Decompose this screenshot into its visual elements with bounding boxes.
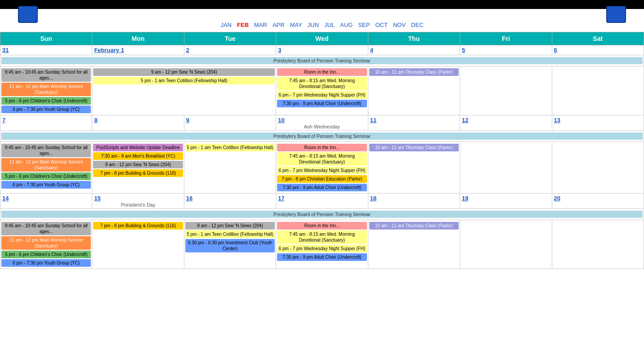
sun-events-cell-2: 9:45 am - 10:45 am Sunday School for all…: [0, 220, 92, 269]
event-block[interactable]: 7:45 am - 8:15 am Wed. Morning Devotiona…: [277, 230, 367, 244]
day-number[interactable]: 8: [93, 116, 183, 124]
ev-cell-February-1: 9 am - 12 pm Sew 'N Sews (204)5 pm - 1 a…: [92, 66, 276, 115]
event-block[interactable]: 10 am - 11 am Thursday Class (Parlor): [369, 68, 459, 76]
ev-cell-13: [552, 142, 644, 194]
event-block[interactable]: 6 pm - 7 pm Wednesday Night Supper (FH): [277, 91, 367, 99]
event-block[interactable]: 10 am - 11 am Thursday Class (Parlor): [369, 222, 459, 230]
day-number[interactable]: 20: [553, 194, 643, 202]
event-block[interactable]: 5 pm - 1 am Teen Cotillion (Fellowship H…: [185, 230, 275, 238]
day-number[interactable]: 19: [461, 194, 550, 202]
day-cell-16: 16: [184, 194, 276, 209]
month-nav-item-may[interactable]: MAY: [290, 22, 302, 28]
event-block[interactable]: 5 pm - 6 pm Children's Choir (Undercroft…: [1, 97, 91, 105]
day-number[interactable]: 31: [1, 46, 91, 54]
event-block[interactable]: 5 pm - 1 am Teen Cotillion (Fellowship H…: [185, 144, 275, 151]
day-number[interactable]: February 1: [93, 46, 183, 54]
event-block[interactable]: PostScripts and Website Update Deadline: [93, 144, 183, 151]
day-number[interactable]: 9: [185, 116, 275, 124]
event-block[interactable]: 5 pm - 1 am Teen Cotillion (Fellowship H…: [93, 77, 275, 84]
day-number[interactable]: 13: [553, 116, 643, 124]
event-block[interactable]: 7:30 pm - 9 pm Adult Choir (Undercroft): [277, 100, 367, 107]
day-cell-9: 9: [184, 115, 276, 131]
event-block[interactable]: 11 am - 12 pm Main Worship Service (Sanc…: [1, 83, 91, 96]
span-event-row-1: Presbytery Board of Pension Training Sem…: [0, 131, 644, 142]
event-block[interactable]: Room in the Inn...: [277, 68, 367, 76]
event-block[interactable]: 9 am - 12 pm Sew 'N Sews (204): [185, 222, 275, 230]
month-nav-item-jul[interactable]: JUL: [324, 22, 335, 28]
weekday-header-tue: Tue: [184, 32, 276, 45]
event-block[interactable]: 10 am - 11 am Thursday Class (Parlor): [369, 144, 459, 151]
event-block[interactable]: 7:30 pm - 9 pm Adult Choir (Undercroft): [277, 253, 367, 261]
event-block[interactable]: 11 am - 12 pm Main Worship Service (Sanc…: [1, 158, 91, 172]
event-block[interactable]: 5:30 pm - 6:30 pm Investment Club (Youth…: [185, 239, 275, 252]
month-nav-item-jun[interactable]: JUN: [308, 22, 319, 28]
day-number[interactable]: 14: [1, 194, 91, 202]
day-number[interactable]: 10: [277, 116, 367, 124]
day-number[interactable]: 3: [277, 46, 367, 54]
span-event-label: Presbytery Board of Pension Training Sem…: [1, 132, 643, 140]
day-number[interactable]: 16: [185, 194, 275, 202]
ev-cell-20: [552, 220, 644, 269]
day-cell-19: 19: [460, 194, 552, 209]
event-block[interactable]: 7:30 am - 8 am Men's Breakfast (YC): [93, 152, 183, 160]
month-nav: JANFEBMARAPRMAYJUNJULAUGSEPOCTNOVDEC: [0, 20, 644, 32]
ev-cell-10: Room in the Inn...7:45 am - 8:15 am Wed.…: [276, 142, 368, 194]
day-number[interactable]: 5: [461, 46, 550, 54]
span-event-cell: Presbytery Board of Pension Training Sem…: [0, 131, 644, 142]
event-block[interactable]: 6 pm - 7 pm Wednesday Night Supper (FH): [277, 245, 367, 252]
day-number[interactable]: 7: [1, 116, 91, 124]
day-number[interactable]: 12: [461, 116, 550, 124]
day-cell-February-1: February 1: [92, 45, 184, 55]
month-nav-item-mar[interactable]: MAR: [254, 22, 267, 28]
weekday-header-sat: Sat: [552, 32, 644, 45]
day-number[interactable]: 11: [369, 116, 459, 124]
event-block[interactable]: 7 pm - 8 pm Christian Education (Parlor): [277, 175, 367, 183]
day-cell-5: 5: [460, 45, 552, 55]
event-block[interactable]: 6 pm - 7:30 pm Youth Group (YC): [1, 181, 91, 189]
day-cell-13: 13: [552, 115, 644, 131]
day-cell-10: 10Ash Wednesday: [276, 115, 368, 131]
month-nav-item-jan[interactable]: JAN: [220, 22, 232, 28]
day-number[interactable]: 4: [369, 46, 459, 54]
event-block[interactable]: 9 am - 12 pm Sew 'N Sews (204): [93, 68, 275, 76]
month-nav-item-apr[interactable]: APR: [273, 22, 285, 28]
event-block[interactable]: 5 pm - 6 pm Children's Choir (Undercroft…: [1, 251, 91, 258]
event-block[interactable]: Room in the Inn...: [277, 144, 367, 151]
span-event-label: Presbytery Board of Pension Training Sem…: [1, 211, 643, 218]
event-block[interactable]: 6 pm - 7:30 pm Youth Group (YC): [1, 106, 91, 113]
month-nav-item-feb[interactable]: FEB: [237, 22, 249, 28]
month-nav-item-nov[interactable]: NOV: [393, 22, 406, 28]
calendar-body: 31February 123456Presbytery Board of Pen…: [0, 45, 644, 269]
event-block[interactable]: 7:45 am - 8:15 am Wed. Morning Devotiona…: [277, 77, 367, 90]
day-number[interactable]: 2: [185, 46, 275, 54]
event-block[interactable]: Room in the Inn...: [277, 222, 367, 230]
week-num-row-2: 1415President's Day1617181920: [0, 194, 644, 209]
event-block[interactable]: 5 pm - 6 pm Children's Choir (Undercroft…: [1, 172, 91, 180]
month-nav-item-oct[interactable]: OCT: [375, 22, 387, 28]
prev-arrow[interactable]: [18, 6, 38, 23]
sun-events-cell-0: 9:45 am - 10:45 am Sunday School for all…: [0, 66, 92, 115]
event-block[interactable]: 9 am - 12 pm Sew 'N Sews (204): [93, 161, 183, 168]
day-cell-15: 15President's Day: [92, 194, 184, 209]
event-block[interactable]: 6 pm - 7:30 pm Youth Group (YC): [1, 259, 91, 267]
event-block[interactable]: 7:30 pm - 9 pm Adult Choir (Undercroft): [277, 184, 367, 191]
event-block[interactable]: 7 pm - 8 pm Building & Grounds (116): [93, 169, 183, 177]
ev-cell-15: 7 pm - 8 pm Building & Grounds (116): [92, 220, 184, 269]
event-block[interactable]: 11 am - 12 pm Main Worship Service (Sanc…: [1, 236, 91, 250]
day-number[interactable]: 18: [369, 194, 459, 202]
event-block[interactable]: 7:45 am - 8:15 am Wed. Morning Devotiona…: [277, 152, 367, 166]
event-block[interactable]: 9:45 am - 10:45 am Sunday School for all…: [1, 222, 91, 235]
day-cell-2: 2: [184, 45, 276, 55]
weekday-header-thu: Thu: [368, 32, 460, 45]
next-arrow[interactable]: [606, 6, 626, 23]
day-number[interactable]: 15: [93, 194, 183, 202]
month-nav-item-sep[interactable]: SEP: [358, 22, 370, 28]
event-block[interactable]: 9:45 am - 10:45 am Sunday School for all…: [1, 68, 91, 82]
month-nav-item-aug[interactable]: AUG: [340, 22, 353, 28]
day-number[interactable]: 17: [277, 194, 367, 202]
event-block[interactable]: 6 pm - 7 pm Wednesday Night Supper (FH): [277, 167, 367, 174]
event-block[interactable]: 7 pm - 8 pm Building & Grounds (116): [93, 222, 183, 230]
month-nav-item-dec[interactable]: DEC: [411, 22, 423, 28]
day-number[interactable]: 6: [553, 46, 643, 54]
event-block[interactable]: 9:45 am - 10:45 am Sunday School for all…: [1, 144, 91, 157]
